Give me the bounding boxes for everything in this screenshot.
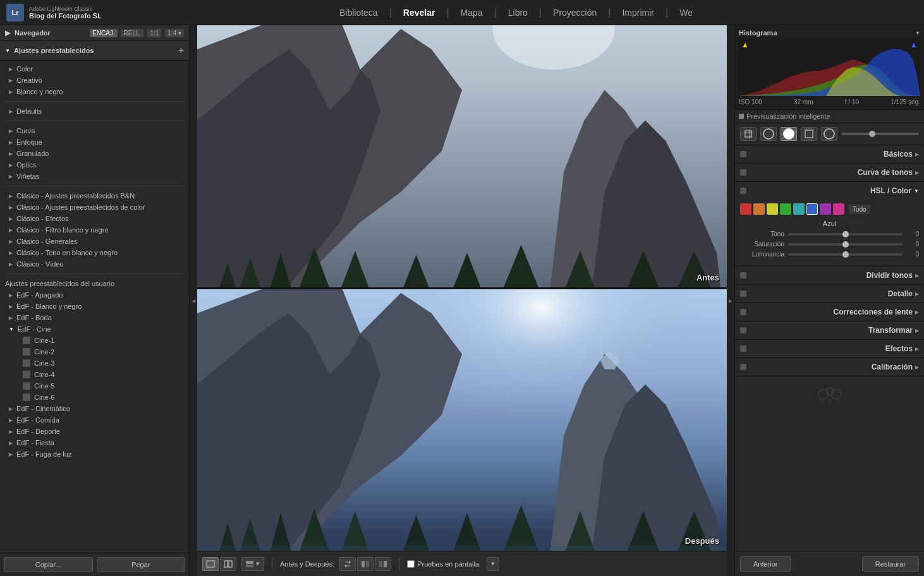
zoom-fit[interactable]: ENCAJ. xyxy=(90,29,118,37)
list-item[interactable]: ▶ Viñetas xyxy=(0,171,189,182)
dividir-toggle[interactable] xyxy=(740,272,746,279)
efectos-header[interactable]: Efectos ▶ xyxy=(735,340,924,357)
calibracion-toggle[interactable] xyxy=(740,364,746,370)
list-item[interactable]: ▶ EdF - Blanco y negro xyxy=(0,301,189,312)
color-tab-magenta[interactable] xyxy=(833,203,844,215)
list-item[interactable]: Cine-1 xyxy=(0,335,189,346)
efectos-toggle[interactable] xyxy=(740,345,746,352)
nav-imprimir[interactable]: Imprimir xyxy=(611,0,666,25)
hsl-header[interactable]: HSL / Color ▼ xyxy=(735,182,924,200)
list-item[interactable]: ▶ Clásico - Filtro blanco y negro xyxy=(0,224,189,236)
nav-revelar[interactable]: Revelar xyxy=(392,0,447,25)
pruebas-checkbox[interactable] xyxy=(407,560,415,568)
list-item[interactable]: Cine-5 xyxy=(0,380,189,392)
detalle-header[interactable]: Detalle ▶ xyxy=(735,285,924,303)
luminancia-slider[interactable] xyxy=(788,253,903,256)
ba-right-btn[interactable] xyxy=(375,557,391,571)
list-item[interactable]: ▶ Blanco y negro xyxy=(0,86,189,97)
list-item[interactable]: ▶ EdF - Fuga de luz xyxy=(0,448,189,460)
list-item[interactable]: ▶ EdF - Deporte xyxy=(0,426,189,437)
presets-triangle[interactable]: ▼ xyxy=(5,48,10,54)
ba-left-btn[interactable] xyxy=(357,557,374,571)
saturacion-slider[interactable] xyxy=(788,243,903,246)
list-item[interactable]: ▶ Clásico - Ajustes preestablecidos B&N xyxy=(0,190,189,201)
nav-we[interactable]: We xyxy=(668,0,704,25)
paste-button[interactable]: Pegar xyxy=(97,557,186,572)
list-item[interactable]: ▶ EdF - Cinemático xyxy=(0,403,189,414)
color-tab-verde[interactable] xyxy=(780,203,791,215)
list-item[interactable]: ▶ Creativo xyxy=(0,75,189,86)
curva-toggle[interactable] xyxy=(740,169,746,176)
list-item[interactable]: ▶ Clásico - Generales xyxy=(0,236,189,247)
redeye-tool[interactable] xyxy=(781,127,797,141)
nav-libro[interactable]: Libro xyxy=(497,0,539,25)
svg-rect-39 xyxy=(224,561,228,567)
list-item[interactable]: ▶ Color xyxy=(0,63,189,75)
dividir-header[interactable]: Dividir tonos ▶ xyxy=(735,267,924,284)
lente-toggle[interactable] xyxy=(740,309,746,315)
list-item[interactable]: ▶ EdF - Comida xyxy=(0,414,189,426)
view-single-btn[interactable] xyxy=(202,557,219,571)
color-tab-naranja[interactable] xyxy=(753,203,765,215)
view-mode-dropdown[interactable]: ▾ xyxy=(241,557,264,571)
heal-tool[interactable] xyxy=(760,127,777,141)
gradient-tool[interactable] xyxy=(801,127,817,141)
color-tab-todo[interactable]: Todo xyxy=(849,205,870,214)
anterior-button[interactable]: Anterior xyxy=(740,556,791,572)
histogram-triangle[interactable]: ▼ xyxy=(915,30,920,36)
nav-mapa[interactable]: Mapa xyxy=(449,0,494,25)
nav-biblioteca[interactable]: Biblioteca xyxy=(328,0,389,25)
view-split-btn[interactable] xyxy=(220,557,236,571)
highlight-warning-icon[interactable]: ▲ xyxy=(741,40,749,49)
tono-slider[interactable] xyxy=(788,233,903,236)
list-item[interactable]: Ajustes preestablecidos del usuario xyxy=(0,278,189,289)
list-item[interactable]: ▶ Granulado xyxy=(0,148,189,159)
zoom-1-4[interactable]: 1:4 ▾ xyxy=(165,29,184,37)
list-item[interactable]: ▶ EdF - Apagado xyxy=(0,289,189,301)
transformar-toggle[interactable] xyxy=(740,327,746,333)
tool-size-slider[interactable] xyxy=(841,133,919,135)
presets-add-button[interactable]: + xyxy=(178,45,184,56)
list-item[interactable]: ▶ EdF - Boda xyxy=(0,312,189,323)
calibracion-header[interactable]: Calibración ▶ xyxy=(735,358,924,376)
radial-tool[interactable] xyxy=(821,127,837,141)
hsl-toggle[interactable] xyxy=(740,188,746,194)
basicos-header[interactable]: Básicos ▶ xyxy=(735,145,924,163)
nav-proyeccion[interactable]: Proyección xyxy=(542,0,608,25)
zoom-fill[interactable]: RELL. xyxy=(121,29,144,37)
transformar-header[interactable]: Transformar ▶ xyxy=(735,321,924,339)
list-item[interactable]: Cine-6 xyxy=(0,392,189,403)
navigator-triangle[interactable]: ▶ xyxy=(5,28,11,37)
lente-header[interactable]: Correcciones de lente ▶ xyxy=(735,303,924,321)
list-item[interactable]: Cine-2 xyxy=(0,346,189,357)
basicos-toggle[interactable] xyxy=(740,151,746,157)
list-item[interactable]: ▶ Clásico - Efectos xyxy=(0,213,189,224)
list-item[interactable]: ▼ EdF - Cine xyxy=(0,323,189,335)
curva-header[interactable]: Curva de tonos ▶ xyxy=(735,164,924,181)
left-collapse-handle[interactable] xyxy=(190,25,197,576)
color-tab-aqua[interactable] xyxy=(793,203,805,215)
list-item[interactable]: ▶ Clásico - Vídeo xyxy=(0,258,189,270)
list-item[interactable]: ▶ Enfoque xyxy=(0,136,189,148)
color-tab-azul[interactable] xyxy=(806,203,818,215)
list-item[interactable]: ▶ Curva xyxy=(0,125,189,136)
restaurar-button[interactable]: Restaurar xyxy=(862,556,919,572)
pruebas-dropdown[interactable]: ▾ xyxy=(487,557,499,571)
color-tab-morado[interactable] xyxy=(820,203,831,215)
list-item[interactable]: ▶ Clásico - Ajustes preestablecidos de c… xyxy=(0,201,189,213)
list-item[interactable]: ▶ Optics xyxy=(0,159,189,171)
list-item[interactable]: ▶ Defaults xyxy=(0,105,189,117)
crop-tool[interactable] xyxy=(740,127,757,141)
color-tab-amarillo[interactable] xyxy=(767,203,778,215)
list-item[interactable]: ▶ EdF - Fiesta xyxy=(0,437,189,448)
color-tab-rojo[interactable] xyxy=(740,203,751,215)
detalle-toggle[interactable] xyxy=(740,291,746,297)
ba-sync-btn[interactable] xyxy=(339,557,356,571)
list-item[interactable]: Cine-4 xyxy=(0,369,189,380)
zoom-1-1[interactable]: 1:1 xyxy=(147,29,161,37)
right-collapse-handle[interactable] xyxy=(727,25,734,576)
list-item[interactable]: Cine-3 xyxy=(0,357,189,369)
copy-button[interactable]: Copiar... xyxy=(4,557,93,572)
shadow-warning-icon[interactable]: ▲ xyxy=(910,40,918,49)
list-item[interactable]: ▶ Clásico - Tono en blanco y negro xyxy=(0,247,189,258)
